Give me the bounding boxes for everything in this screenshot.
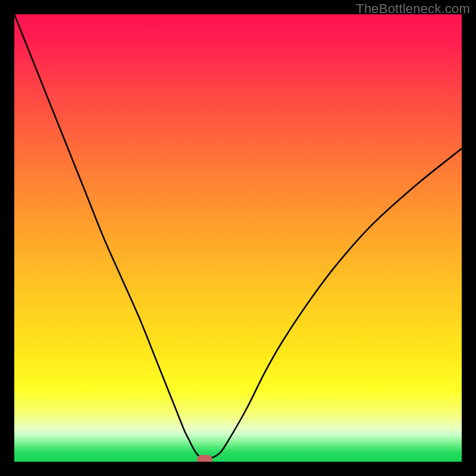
optimum-marker — [197, 455, 212, 462]
chart-frame: TheBottleneck.com — [0, 0, 476, 476]
curve-svg — [14, 14, 462, 462]
bottleneck-curve — [14, 14, 462, 459]
plot-area — [14, 14, 462, 462]
